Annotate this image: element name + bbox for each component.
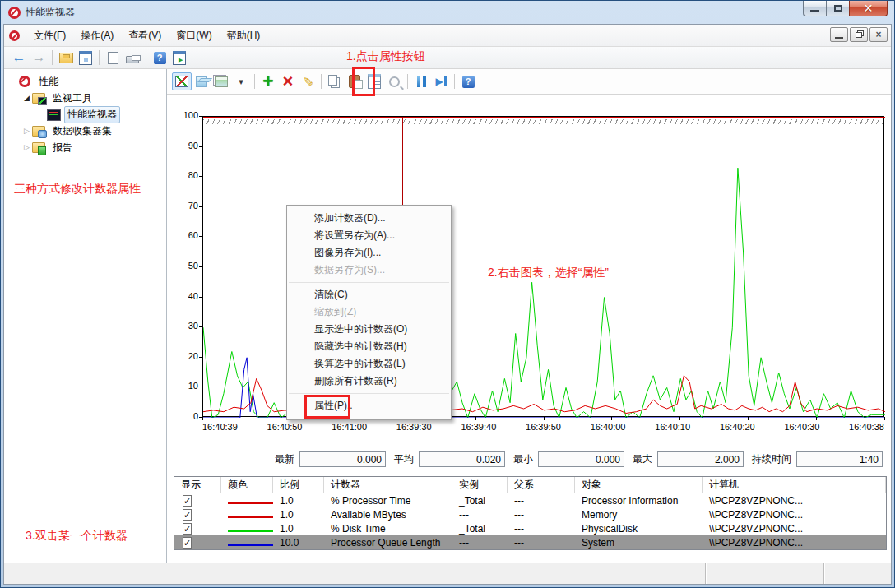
context-menu-item-1[interactable]: 添加计数器(D)...: [287, 210, 451, 227]
object-cell: Processor Information: [575, 495, 703, 507]
checkbox-checked[interactable]: ✓: [183, 523, 192, 535]
x-axis-label: 16:39:40: [461, 422, 496, 432]
mdi-restore-button[interactable]: [850, 27, 868, 42]
charttb-step-forward-button[interactable]: [431, 72, 451, 90]
checkbox-checked[interactable]: ✓: [183, 537, 192, 549]
mdi-minimize-button[interactable]: [830, 27, 848, 42]
checkbox-checked[interactable]: ✓: [183, 495, 192, 507]
zoom-icon: [389, 76, 400, 87]
charttb-delete-counter-button[interactable]: [278, 72, 298, 90]
toolbar-folder-export-button[interactable]: [56, 49, 76, 67]
console-action-icon: [173, 51, 186, 65]
charttb-dropdown-button[interactable]: [231, 72, 251, 90]
toolbar-document-button[interactable]: [103, 49, 123, 67]
column-header-4[interactable]: 计数器: [324, 477, 452, 493]
context-menu: 添加计数器(D)...将设置另存为(A)...图像另存为(I)...数据另存为(…: [286, 205, 452, 420]
color-swatch: [228, 544, 273, 546]
column-header-2[interactable]: 颜色: [221, 477, 273, 493]
menu-item-4[interactable]: 窗口(W): [169, 25, 219, 46]
tree-item-5[interactable]: ▷报告: [4, 139, 166, 155]
toolbar-console-action-button[interactable]: [169, 49, 189, 67]
3d-cube-icon: [196, 76, 207, 87]
back-arrow-icon: [12, 49, 26, 66]
table-row[interactable]: ✓1.0% Processor Time_Total---Processor I…: [174, 493, 886, 507]
pause-icon: [417, 76, 426, 87]
column-header-3[interactable]: 比例: [273, 477, 324, 493]
x-axis-label: 16:40:00: [591, 422, 626, 432]
x-axis-label: 16:40:30: [784, 422, 819, 432]
column-header-5[interactable]: 实例: [452, 477, 508, 493]
tree-item-label: 性能监视器: [64, 106, 120, 123]
expand-arrow-icon[interactable]: ▷: [21, 143, 32, 151]
minimize-button[interactable]: [803, 1, 827, 16]
x-axis-label: 16:40:39: [202, 422, 238, 432]
table-row[interactable]: ✓1.0Available MBytes------Memory\\PCPZ8V…: [174, 507, 886, 521]
mdi-buttons: ×: [830, 27, 888, 42]
context-menu-item-10[interactable]: 换算选中的计数器(L): [287, 355, 451, 373]
stat-value-1: 0.000: [299, 451, 386, 467]
menu-bar: 文件(F)操作(A)查看(V)窗口(W)帮助(H) ×: [4, 25, 891, 47]
view-type-icon: [175, 76, 188, 87]
column-header-1[interactable]: 显示: [174, 477, 221, 493]
mdi-minimize-icon: [835, 37, 843, 39]
x-axis-label: 16:40:20: [720, 422, 755, 432]
mdi-close-icon: ×: [875, 30, 881, 39]
column-header-8[interactable]: 计算机: [703, 477, 805, 493]
close-button[interactable]: ✕: [849, 1, 888, 16]
tree-item-1[interactable]: 性能: [4, 73, 166, 90]
stat-label-4: 最大: [633, 452, 652, 466]
toolbar-separator: [321, 74, 322, 89]
context-menu-item-11[interactable]: 删除所有计数器(R): [287, 373, 451, 390]
column-header-7[interactable]: 对象: [575, 477, 703, 493]
parent-cell: ---: [508, 509, 575, 521]
tree-item-2[interactable]: ◢监视工具: [4, 90, 166, 106]
collapse-arrow-icon[interactable]: ◢: [21, 94, 32, 102]
toolbar-help-button[interactable]: [150, 49, 169, 67]
title-bar[interactable]: 性能监视器 ✕: [1, 1, 894, 24]
table-row[interactable]: ✓1.0% Disk Time_Total---PhysicalDisk\\PC…: [174, 521, 886, 535]
charttb-copy-properties-button[interactable]: [325, 72, 345, 90]
color-swatch: [228, 502, 273, 504]
counter-cell: Available MBytes: [324, 509, 452, 521]
charttb-3d-cube-button[interactable]: [192, 72, 211, 90]
menu-item-5[interactable]: 帮助(H): [220, 25, 268, 46]
charttb-help-button[interactable]: [458, 72, 478, 90]
x-axis-labels: 16:40:3916:40:5016:41:0016:39:3016:39:40…: [202, 422, 884, 432]
toolbar-back-arrow-button[interactable]: [9, 49, 29, 67]
y-axis-label: 50: [167, 261, 198, 271]
table-row[interactable]: ✓10.0Processor Queue Length------System\…: [174, 535, 886, 549]
tree-item-4[interactable]: ▷数据收集器集: [4, 123, 166, 139]
context-menu-item-8[interactable]: 显示选中的计数器(O): [287, 321, 451, 338]
stat-label-3: 最小: [513, 452, 533, 466]
step-forward-icon: [435, 76, 446, 87]
counter-cell: % Processor Time: [324, 495, 452, 507]
context-menu-item-9[interactable]: 隐藏选中的计数器(H): [287, 338, 451, 355]
toolbar-forward-arrow-button[interactable]: [29, 49, 49, 67]
charttb-pause-button[interactable]: [411, 72, 431, 90]
toolbar-console-window-button[interactable]: [76, 49, 95, 67]
object-cell: Memory: [575, 509, 703, 521]
y-axis-label: 40: [167, 291, 198, 301]
expand-arrow-icon[interactable]: ▷: [21, 127, 32, 135]
checkbox-checked[interactable]: ✓: [183, 509, 192, 521]
column-header-6[interactable]: 父系: [508, 477, 575, 493]
tree-item-3[interactable]: 性能监视器: [4, 106, 166, 123]
charttb-gallery-button[interactable]: [211, 72, 231, 90]
toolbar-printer-button[interactable]: [123, 49, 142, 67]
menu-item-3[interactable]: 查看(V): [121, 25, 169, 46]
charttb-highlight-button[interactable]: [298, 72, 318, 90]
x-axis-tick: [202, 417, 203, 420]
menu-item-2[interactable]: 操作(A): [73, 25, 121, 46]
context-menu-item-2[interactable]: 将设置另存为(A)...: [287, 227, 451, 244]
help-icon: [154, 52, 166, 64]
menu-item-1[interactable]: 文件(F): [26, 25, 73, 46]
y-axis-label: 30: [167, 321, 198, 331]
maximize-button[interactable]: [827, 1, 849, 16]
charttb-add-counter-button[interactable]: [258, 72, 278, 90]
context-menu-item-6[interactable]: 清除(C): [287, 286, 451, 303]
charttb-view-type-button[interactable]: [172, 72, 192, 90]
y-axis-label: 20: [167, 351, 198, 361]
column-header-filler: [805, 477, 886, 493]
context-menu-item-3[interactable]: 图像另存为(I)...: [287, 244, 451, 262]
mdi-close-button[interactable]: ×: [869, 27, 888, 42]
